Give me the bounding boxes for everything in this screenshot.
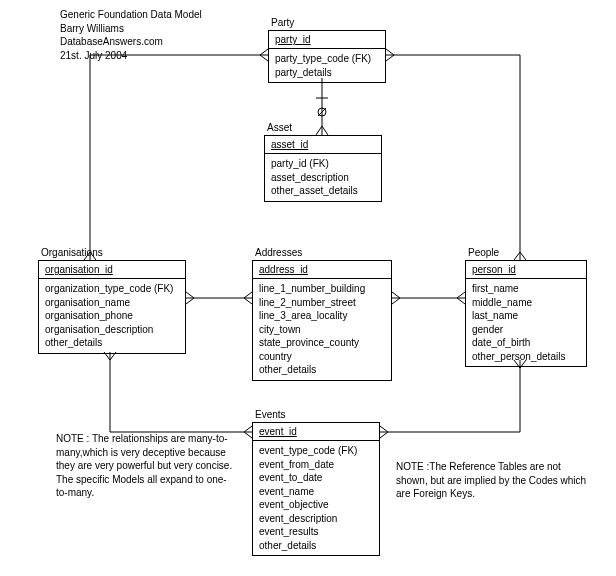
entity-organisations: Organisations organisation_id organizati…: [38, 260, 186, 354]
header-title: Generic Foundation Data Model: [60, 8, 202, 22]
entity-addresses: Addresses address_id line_1_number_build…: [252, 260, 392, 381]
entity-addresses-title: Addresses: [255, 247, 302, 258]
entity-organisations-title: Organisations: [41, 247, 103, 258]
svg-line-32: [244, 426, 252, 432]
header-author: Barry Williams: [60, 22, 202, 36]
svg-line-8: [260, 49, 268, 55]
entity-people-key: person_id: [466, 261, 586, 279]
entity-events-key: event_id: [253, 423, 379, 441]
svg-line-3: [318, 108, 326, 116]
entity-asset-fields: party_id (FK) asset_description other_as…: [265, 154, 381, 201]
svg-line-19: [186, 292, 194, 298]
entity-addresses-fields: line_1_number_building line_2_number_str…: [253, 279, 391, 380]
svg-line-38: [380, 426, 388, 432]
svg-line-5: [322, 126, 328, 135]
svg-line-22: [244, 298, 252, 304]
header-site: DatabaseAnswers.com: [60, 35, 202, 49]
svg-line-24: [392, 292, 400, 298]
svg-line-14: [386, 49, 394, 55]
entity-people-fields: first_name middle_name last_name gender …: [466, 279, 586, 366]
svg-line-33: [244, 432, 252, 438]
svg-line-17: [520, 252, 526, 260]
svg-line-26: [457, 292, 465, 298]
entity-events-fields: event_type_code (FK) event_from_date eve…: [253, 441, 379, 555]
note-right: NOTE :The Reference Tables are not shown…: [396, 460, 591, 501]
entity-asset-key: asset_id: [265, 136, 381, 154]
svg-line-20: [186, 298, 194, 304]
note-left: NOTE : The relationships are many-to-man…: [56, 432, 236, 500]
svg-line-4: [316, 126, 322, 135]
entity-party-fields: party_type_code (FK) party_details: [269, 49, 385, 82]
svg-line-15: [386, 55, 394, 61]
entity-people: People person_id first_name middle_name …: [465, 260, 587, 367]
svg-line-27: [457, 298, 465, 304]
entity-party-title: Party: [271, 17, 294, 28]
entity-party: Party party_id party_type_code (FK) part…: [268, 30, 386, 83]
svg-line-39: [380, 432, 388, 438]
svg-line-25: [392, 298, 400, 304]
entity-asset-title: Asset: [267, 122, 292, 133]
entity-addresses-key: address_id: [253, 261, 391, 279]
entity-people-title: People: [468, 247, 499, 258]
entity-organisations-key: organisation_id: [39, 261, 185, 279]
entity-events: Events event_id event_type_code (FK) eve…: [252, 422, 380, 556]
entity-organisations-fields: organization_type_code (FK) organisation…: [39, 279, 185, 353]
diagram-header: Generic Foundation Data Model Barry Will…: [60, 8, 202, 62]
svg-point-2: [318, 108, 326, 116]
entity-asset: Asset asset_id party_id (FK) asset_descr…: [264, 135, 382, 202]
svg-line-9: [260, 55, 268, 61]
header-date: 21st. July 2004: [60, 49, 202, 63]
entity-events-title: Events: [255, 409, 286, 420]
entity-party-key: party_id: [269, 31, 385, 49]
svg-line-21: [244, 292, 252, 298]
svg-line-16: [514, 252, 520, 260]
